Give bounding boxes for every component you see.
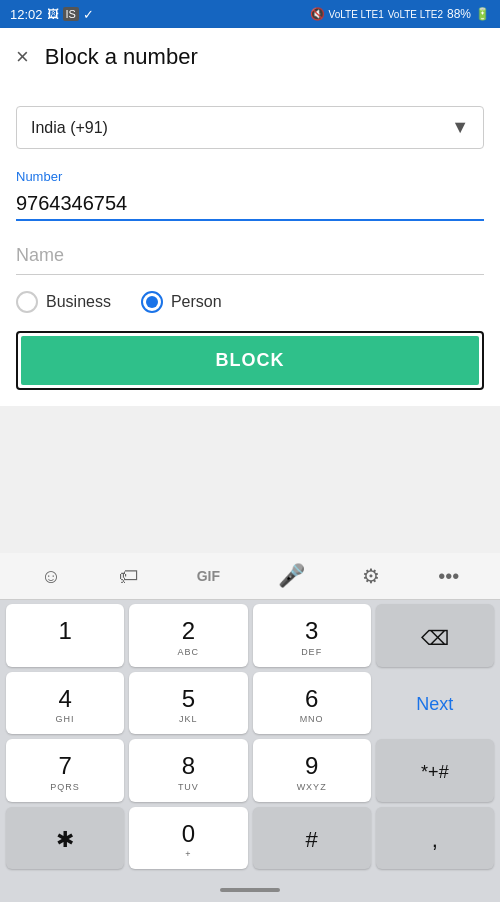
nav-pill [220, 888, 280, 892]
status-time: 12:02 [10, 7, 43, 22]
nav-hint [0, 882, 500, 902]
radio-business[interactable]: Business [16, 291, 111, 313]
radio-circle-business [16, 291, 38, 313]
status-right: 🔇 VoLTE LTE1 VoLTE LTE2 88% 🔋 [310, 7, 490, 21]
page-title: Block a number [45, 44, 198, 70]
mute-icon: 🔇 [310, 7, 325, 21]
name-input[interactable] [16, 237, 484, 275]
keyboard-toolbar: ☺ 🏷 GIF 🎤 ⚙ ••• [0, 553, 500, 600]
gif-icon[interactable]: GIF [197, 568, 220, 584]
key-symbols[interactable]: *+# [376, 739, 494, 801]
radio-group: Business Person [16, 291, 484, 313]
key-star[interactable]: ✱ [6, 807, 124, 869]
photo-icon: 🖼 [47, 7, 59, 21]
key-row-2: 4 GHI 5 JKL 6 MNO Next [6, 672, 494, 734]
key-row-3: 7 PQRS 8 TUV 9 WXYZ *+# [6, 739, 494, 801]
key-2[interactable]: 2 ABC [129, 604, 247, 666]
check-icon: ✓ [83, 7, 94, 22]
key-4[interactable]: 4 GHI [6, 672, 124, 734]
header: × Block a number [0, 28, 500, 86]
key-9[interactable]: 9 WXYZ [253, 739, 371, 801]
microphone-icon[interactable]: 🎤 [278, 563, 305, 589]
country-label: India (+91) [31, 119, 108, 137]
radio-label-person: Person [171, 293, 222, 311]
key-backspace[interactable]: ⌫ [376, 604, 494, 666]
key-6[interactable]: 6 MNO [253, 672, 371, 734]
block-button-wrapper: BLOCK [16, 331, 484, 390]
status-bar: 12:02 🖼 IS ✓ 🔇 VoLTE LTE1 VoLTE LTE2 88%… [0, 0, 500, 28]
close-button[interactable]: × [16, 46, 29, 68]
key-row-1: 1 2 ABC 3 DEF ⌫ [6, 604, 494, 666]
key-next[interactable]: Next [376, 672, 494, 734]
radio-label-business: Business [46, 293, 111, 311]
status-left: 12:02 🖼 IS ✓ [10, 7, 94, 22]
key-8[interactable]: 8 TUV [129, 739, 247, 801]
sticker-icon[interactable]: 🏷 [119, 565, 139, 588]
key-row-4: ✱ 0 + # , [6, 807, 494, 869]
key-3[interactable]: 3 DEF [253, 604, 371, 666]
radio-circle-person [141, 291, 163, 313]
number-label: Number [16, 169, 484, 184]
country-dropdown[interactable]: India (+91) ▼ [16, 106, 484, 149]
key-hash[interactable]: # [253, 807, 371, 869]
battery-level: 88% [447, 7, 471, 21]
battery-icon: 🔋 [475, 7, 490, 21]
number-field-group: Number [16, 169, 484, 221]
keyboard-area: ☺ 🏷 GIF 🎤 ⚙ ••• 1 2 ABC 3 DEF ⌫ [0, 553, 500, 902]
key-5[interactable]: 5 JKL [129, 672, 247, 734]
is-badge: IS [63, 7, 79, 21]
main-content: India (+91) ▼ Number Business Person BLO… [0, 86, 500, 406]
dropdown-arrow-icon: ▼ [451, 117, 469, 138]
radio-person[interactable]: Person [141, 291, 222, 313]
emoji-icon[interactable]: ☺ [41, 565, 61, 588]
keypad: 1 2 ABC 3 DEF ⌫ 4 GHI 5 JKL [0, 600, 500, 882]
block-button[interactable]: BLOCK [21, 336, 479, 385]
settings-icon[interactable]: ⚙ [362, 564, 380, 588]
key-1[interactable]: 1 [6, 604, 124, 666]
key-0[interactable]: 0 + [129, 807, 247, 869]
key-comma[interactable]: , [376, 807, 494, 869]
number-input[interactable] [16, 188, 484, 221]
key-7[interactable]: 7 PQRS [6, 739, 124, 801]
signal-lte2: VoLTE LTE2 [388, 9, 443, 20]
signal-lte1: VoLTE LTE1 [329, 9, 384, 20]
more-icon[interactable]: ••• [438, 565, 459, 588]
